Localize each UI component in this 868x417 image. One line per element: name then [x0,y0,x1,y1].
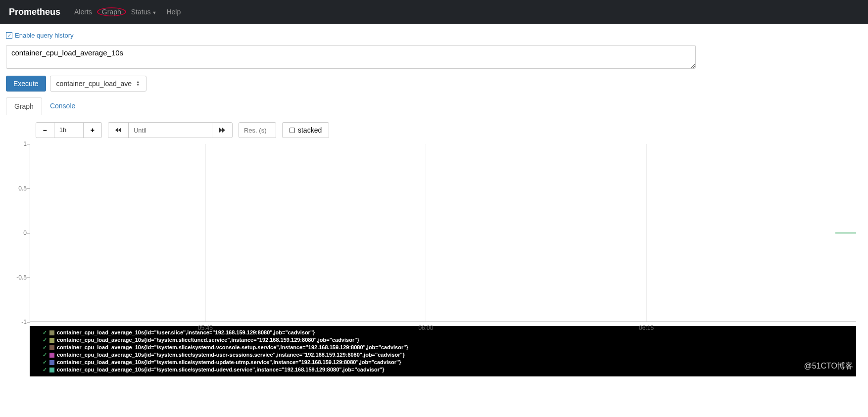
color-swatch [49,353,54,358]
y-tick-label: 0 [23,230,27,236]
stacked-toggle-button[interactable]: stacked [282,122,329,138]
legend: ✓container_cpu_load_average_10s{id="/use… [30,326,856,376]
legend-label: container_cpu_load_average_10s{id="/syst… [57,336,359,344]
forward-icon [219,128,225,133]
x-tick-label: 05:45 [198,324,213,331]
color-swatch [49,345,54,350]
gridline [646,144,647,322]
y-tick-label: 0.5 [18,185,27,192]
history-label: Enable query history [15,32,74,39]
check-icon: ✓ [43,336,47,344]
check-icon: ✓ [43,359,47,366]
enable-query-history-toggle[interactable]: ✓ Enable query history [6,32,74,39]
color-swatch [49,368,54,372]
tab-graph[interactable]: Graph [6,97,42,115]
check-icon: ✓ [43,351,47,359]
legend-item[interactable]: ✓container_cpu_load_average_10s{id="/sys… [43,336,843,344]
until-input[interactable] [128,122,212,138]
time-next-button[interactable] [212,122,233,138]
color-swatch [49,338,54,343]
nav-link-graph[interactable]: Graph [102,8,121,16]
range-increase-button[interactable]: + [83,122,102,138]
check-icon: ✓ [43,344,47,351]
legend-label: container_cpu_load_average_10s{id="/syst… [57,351,405,359]
x-tick-label: 06:00 [418,324,433,331]
gridline [205,144,206,322]
y-tick-label: -0.5 [16,274,27,281]
series-line [835,232,856,233]
brand-logo[interactable]: Prometheus [9,7,60,17]
y-tick-label: -1 [21,319,27,325]
legend-item[interactable]: ✓container_cpu_load_average_10s{id="/sys… [43,366,843,373]
color-swatch [49,360,54,365]
chevron-down-icon: ▼ [152,10,156,15]
nav-link-help[interactable]: Help [166,8,181,16]
tab-bar: GraphConsole [6,97,862,115]
time-range-group: – 1h + [36,122,102,138]
nav-link-alerts[interactable]: Alerts [74,8,92,16]
time-prev-button[interactable] [108,122,129,138]
x-tick-label: 06:15 [639,324,654,331]
time-nav-group [108,122,233,138]
navbar: Prometheus AlertsGraphStatus▼Help [0,0,868,24]
square-icon [289,128,295,133]
gridline [426,144,426,322]
nav-link-status[interactable]: Status▼ [131,8,157,16]
check-icon: ✓ [43,329,47,336]
legend-item[interactable]: ✓container_cpu_load_average_10s{id="/use… [43,329,843,336]
check-icon: ✓ [43,366,47,373]
legend-label: container_cpu_load_average_10s{id="/syst… [57,344,408,351]
stacked-label: stacked [298,126,322,134]
legend-label: container_cpu_load_average_10s{id="/user… [57,329,315,336]
legend-item[interactable]: ✓container_cpu_load_average_10s{id="/sys… [43,359,843,366]
y-axis: -1-0.500.51 [12,144,29,322]
execute-row: Execute container_cpu_load_avera ▲▼ [6,76,862,92]
legend-label: container_cpu_load_average_10s{id="/syst… [57,359,401,366]
legend-label: container_cpu_load_average_10s{id="/syst… [57,366,384,373]
resolution-input[interactable] [239,122,276,138]
color-swatch [49,330,54,335]
tab-console[interactable]: Console [42,97,83,115]
checkbox-icon: ✓ [6,32,12,39]
legend-item[interactable]: ✓container_cpu_load_average_10s{id="/sys… [43,351,843,359]
resolution-group [239,122,276,138]
range-display[interactable]: 1h [54,122,84,138]
metric-select-value: container_cpu_load_avera [56,80,132,88]
range-decrease-button[interactable]: – [36,122,54,138]
metric-select-dropdown[interactable]: container_cpu_load_avera ▲▼ [50,76,146,92]
select-caret-icon: ▲▼ [136,81,140,87]
y-tick-label: 1 [23,140,27,147]
query-expression-input[interactable]: container_cpu_load_average_10s [6,45,696,69]
rewind-icon [115,128,121,133]
legend-item[interactable]: ✓container_cpu_load_average_10s{id="/sys… [43,344,843,351]
main-container: ✓ Enable query history container_cpu_loa… [0,24,868,376]
chart-area: -1-0.500.51 05:4506:0006:15 [30,144,856,322]
execute-button[interactable]: Execute [6,76,46,92]
chart-plot[interactable]: 05:4506:0006:15 [30,144,856,322]
graph-controls: – 1h + stacked [6,115,862,144]
